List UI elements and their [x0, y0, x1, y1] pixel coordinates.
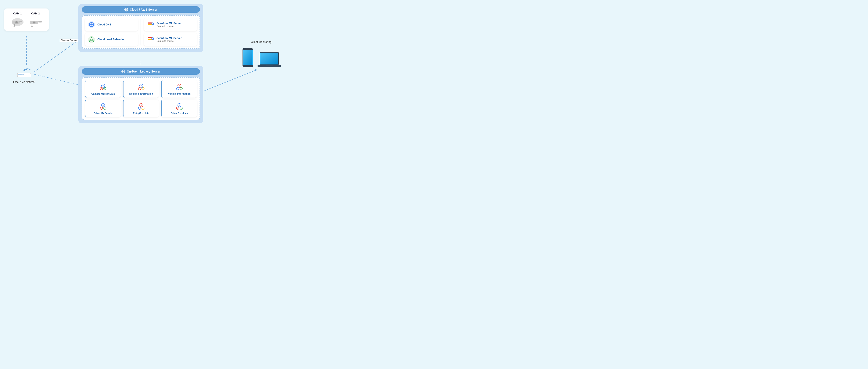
eei-icon	[137, 102, 146, 111]
svg-rect-23	[20, 74, 22, 75]
cloud-server-title: Cloud / AWS Server	[130, 8, 157, 11]
svg-point-79	[102, 105, 104, 106]
cloud-server-section: Cloud / AWS Server Cloud DNS	[79, 4, 203, 52]
svg-rect-47	[148, 37, 152, 38]
cam2-icon	[28, 17, 43, 27]
svg-rect-101	[266, 65, 273, 66]
cmd-label: Camera Master Data	[91, 92, 115, 95]
svg-point-33	[91, 24, 92, 25]
svg-point-69	[177, 87, 179, 90]
client-monitoring-section: Client Monitoring	[242, 40, 281, 69]
svg-rect-67	[141, 85, 142, 86]
cmd-icon	[99, 83, 107, 91]
vi-icon	[175, 83, 184, 91]
svg-point-61	[104, 88, 105, 89]
ml1-label: Scanflow ML Server	[157, 22, 182, 25]
svg-rect-91	[179, 105, 180, 106]
ml2-sub: Compute engine	[157, 40, 182, 42]
svg-rect-99	[260, 53, 278, 64]
lan-label: Local Area Network	[13, 81, 35, 84]
cam1-icon	[10, 17, 25, 27]
onprem-server-title: On-Prem Legacy Server	[127, 70, 160, 73]
camera-master-data-card: Camera Master Data	[85, 80, 121, 97]
svg-point-42	[93, 41, 94, 42]
laptop-icon	[257, 51, 281, 69]
svg-point-16	[33, 22, 35, 23]
svg-rect-73	[179, 85, 180, 86]
driver-id-card: Driver ID Details	[85, 100, 121, 117]
dns-icon	[88, 21, 95, 28]
svg-point-70	[180, 87, 182, 90]
svg-point-13	[13, 26, 15, 27]
camera-section: CAM 1 CAM 2	[4, 8, 49, 31]
svg-line-5	[203, 70, 256, 91]
cloud-lb-card: Cloud Load Balancing	[85, 33, 138, 46]
cloud-dns-label: Cloud DNS	[97, 23, 111, 26]
di-label: Docking Information	[129, 92, 153, 95]
phone-icon	[242, 48, 254, 69]
cloud-lb-label: Cloud Load Balancing	[97, 38, 125, 41]
svg-point-63	[138, 87, 141, 90]
did-label: Driver ID Details	[94, 112, 113, 115]
cloud-server-inner: Cloud DNS Cloud Load Balancing	[82, 15, 200, 49]
svg-line-1	[34, 40, 79, 72]
globe2-icon	[121, 69, 125, 74]
divider	[140, 19, 141, 45]
svg-point-19	[31, 26, 33, 27]
svg-rect-96	[246, 49, 250, 49]
onprem-server-header: On-Prem Legacy Server	[82, 68, 200, 75]
svg-line-3	[34, 74, 79, 85]
entry-exit-card: Entry/Exit Info	[123, 100, 159, 117]
svg-point-93	[181, 108, 182, 109]
svg-rect-22	[18, 74, 20, 75]
ml-server-1-card: Scanflow ML Server Compute engine	[144, 18, 197, 31]
svg-point-81	[138, 107, 141, 109]
svg-marker-6	[255, 69, 257, 71]
client-label: Client Monitoring	[251, 40, 272, 44]
svg-rect-44	[148, 24, 152, 25]
svg-point-75	[100, 107, 103, 109]
onprem-server-section: On-Prem Legacy Server Camera Master Data	[79, 66, 203, 123]
svg-point-38	[91, 37, 92, 38]
svg-point-85	[141, 105, 142, 106]
svg-point-46	[152, 23, 153, 24]
svg-point-76	[103, 107, 106, 109]
ml-server-2-card: Scanflow ML Server Compute engine	[144, 33, 197, 46]
ml2-label: Scanflow ML Server	[157, 37, 182, 40]
os-label: Other Services	[171, 112, 188, 115]
svg-rect-21	[18, 73, 31, 77]
vehicle-info-card: Vehicle Information	[161, 80, 197, 97]
svg-rect-48	[148, 39, 152, 40]
cam2-label: CAM 2	[31, 12, 40, 15]
cloud-server-header: Cloud / AWS Server	[82, 6, 200, 13]
docking-info-card: Docking Information	[123, 80, 159, 97]
di-icon	[137, 83, 146, 91]
cloud-dns-card: Cloud DNS	[85, 18, 138, 31]
svg-rect-97	[243, 50, 252, 65]
other-services-card: Other Services	[161, 100, 197, 117]
ml1-sub: Compute engine	[157, 25, 182, 27]
eei-label: Entry/Exit Info	[133, 112, 150, 115]
vi-label: Vehicle Information	[168, 92, 190, 95]
did-icon	[99, 102, 107, 111]
svg-point-40	[89, 41, 90, 42]
svg-rect-24	[23, 74, 24, 75]
svg-point-64	[142, 87, 144, 90]
ml1-icon	[147, 21, 154, 28]
svg-point-92	[177, 108, 178, 109]
svg-point-59	[102, 85, 104, 86]
svg-point-50	[152, 38, 153, 39]
router-icon	[16, 66, 33, 79]
svg-rect-43	[148, 23, 152, 24]
cam1-label: CAM 1	[13, 12, 22, 15]
svg-point-10	[16, 21, 18, 23]
os-icon	[175, 102, 184, 111]
globe-icon	[124, 8, 128, 11]
svg-rect-17	[38, 21, 42, 23]
svg-point-82	[142, 107, 144, 109]
lan-section: Local Area Network	[13, 66, 35, 84]
lb-icon	[88, 36, 95, 43]
svg-point-20	[24, 70, 25, 71]
ml2-icon	[147, 36, 154, 43]
svg-point-60	[101, 88, 102, 89]
